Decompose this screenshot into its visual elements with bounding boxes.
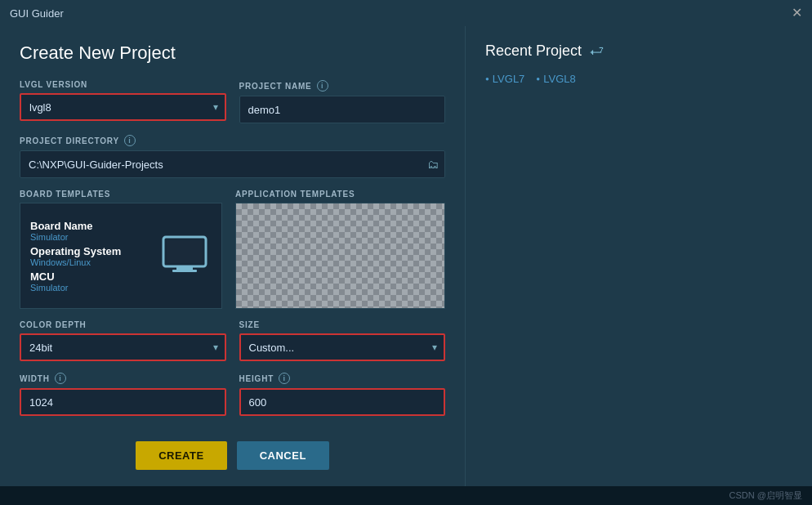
cancel-button[interactable]: CANCEL bbox=[237, 441, 329, 470]
recent-project-title: Recent Project ⮐ bbox=[485, 42, 792, 60]
left-panel: Create New Project LVGL VERSION lvgl7 lv… bbox=[0, 26, 466, 486]
board-os-label: Operating System bbox=[30, 245, 138, 257]
width-info-icon[interactable]: i bbox=[55, 373, 66, 384]
main-content: Create New Project LVGL VERSION lvgl7 lv… bbox=[0, 26, 812, 486]
directory-info-icon[interactable]: i bbox=[124, 135, 136, 146]
size-group: SIZE 480x320 800x480 1024x600 Custom... … bbox=[239, 320, 446, 361]
width-label: WIDTH i bbox=[20, 373, 226, 384]
templates-row: BOARD TEMPLATES Board Name Simulator Ope… bbox=[20, 190, 445, 309]
app-title: GUI Guider bbox=[10, 7, 64, 20]
board-mcu-label: MCU bbox=[30, 270, 138, 283]
recent-project-lvgl7[interactable]: LVGL7 bbox=[485, 73, 524, 85]
watermark: CSDN @启明智显 bbox=[0, 486, 812, 505]
page-title: Create New Project bbox=[20, 42, 445, 64]
lvgl-version-group: LVGL VERSION lvgl7 lvgl8 ▾ bbox=[20, 80, 226, 121]
board-info: Board Name Simulator Operating System Wi… bbox=[20, 203, 148, 308]
size-select-wrapper: 480x320 800x480 1024x600 Custom... ▾ bbox=[239, 333, 446, 361]
project-directory-group: PROJECT DIRECTORY i 🗂 bbox=[20, 135, 445, 178]
board-mcu-value: Simulator bbox=[30, 283, 138, 293]
height-group: HEIGHT i bbox=[239, 373, 446, 416]
svg-rect-1 bbox=[167, 240, 203, 263]
height-input[interactable] bbox=[239, 388, 446, 416]
board-list[interactable]: Board Name Simulator Operating System Wi… bbox=[20, 203, 222, 309]
create-button[interactable]: CREATE bbox=[136, 441, 226, 470]
monitor-icon bbox=[160, 234, 209, 279]
recent-project-icon: ⮐ bbox=[590, 42, 605, 60]
lvgl-version-select-wrapper: lvgl7 lvgl8 ▾ bbox=[20, 93, 226, 121]
app-templates-label: APPLICATION TEMPLATES bbox=[235, 190, 445, 199]
app-templates-group: APPLICATION TEMPLATES bbox=[235, 190, 445, 309]
board-name-sub: Simulator bbox=[30, 232, 138, 242]
project-name-input[interactable] bbox=[239, 96, 446, 123]
board-name: Board Name bbox=[30, 220, 138, 232]
lvgl-version-label: LVGL VERSION bbox=[20, 80, 226, 89]
checkerboard-pattern bbox=[236, 203, 444, 308]
board-templates-group: BOARD TEMPLATES Board Name Simulator Ope… bbox=[20, 190, 222, 309]
width-group: WIDTH i bbox=[20, 373, 226, 416]
directory-input[interactable] bbox=[20, 150, 445, 178]
color-size-row: COLOR DEPTH 16bit 24bit 32bit ▾ SIZE bbox=[20, 320, 445, 361]
board-os-value: Windows/Linux bbox=[30, 257, 138, 267]
recent-tags-list: LVGL7 LVGL8 bbox=[485, 73, 792, 85]
size-label: SIZE bbox=[239, 320, 446, 329]
lvgl-version-select[interactable]: lvgl7 lvgl8 bbox=[20, 93, 226, 121]
title-bar: GUI Guider ✕ bbox=[0, 0, 812, 26]
height-label: HEIGHT i bbox=[239, 373, 446, 384]
app-template-preview[interactable] bbox=[235, 203, 445, 309]
height-info-icon[interactable]: i bbox=[279, 373, 290, 384]
project-name-group: PROJECT NAME i bbox=[239, 80, 446, 123]
width-height-row: WIDTH i HEIGHT i bbox=[20, 373, 445, 416]
recent-project-lvgl8[interactable]: LVGL8 bbox=[536, 73, 575, 85]
svg-rect-2 bbox=[176, 266, 193, 270]
directory-input-wrapper: 🗂 bbox=[20, 150, 445, 178]
width-input[interactable] bbox=[20, 388, 226, 416]
color-depth-group: COLOR DEPTH 16bit 24bit 32bit ▾ bbox=[20, 320, 226, 361]
actions-row: CREATE CANCEL bbox=[20, 433, 445, 470]
board-templates-label: BOARD TEMPLATES bbox=[20, 190, 222, 199]
project-name-info-icon[interactable]: i bbox=[317, 80, 328, 92]
color-depth-select-wrapper: 16bit 24bit 32bit ▾ bbox=[20, 333, 226, 361]
svg-rect-3 bbox=[172, 270, 197, 272]
version-name-row: LVGL VERSION lvgl7 lvgl8 ▾ PROJECT NAME … bbox=[20, 80, 445, 123]
color-depth-label: COLOR DEPTH bbox=[20, 320, 226, 329]
folder-icon[interactable]: 🗂 bbox=[427, 158, 439, 171]
project-directory-label: PROJECT DIRECTORY i bbox=[20, 135, 445, 146]
project-name-label: PROJECT NAME i bbox=[239, 80, 446, 92]
size-select[interactable]: 480x320 800x480 1024x600 Custom... bbox=[239, 333, 446, 361]
color-depth-select[interactable]: 16bit 24bit 32bit bbox=[20, 333, 226, 361]
close-button[interactable]: ✕ bbox=[792, 7, 802, 20]
right-panel: Recent Project ⮐ LVGL7 LVGL8 bbox=[466, 26, 812, 486]
board-icon-area bbox=[148, 203, 221, 308]
directory-row: PROJECT DIRECTORY i 🗂 bbox=[20, 135, 445, 178]
